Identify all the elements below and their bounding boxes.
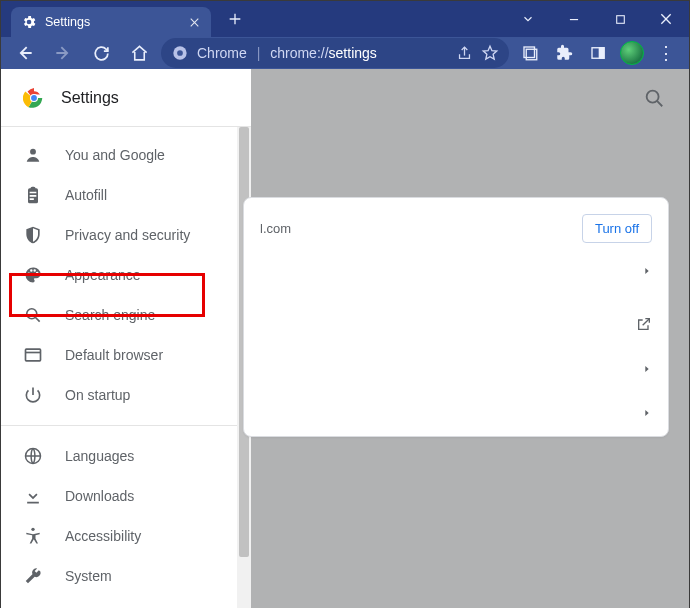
chrome-logo-icon (23, 87, 45, 109)
chevron-right-icon (642, 408, 652, 418)
sidebar-item-downloads[interactable]: Downloads (1, 476, 243, 516)
sidebar-title: Settings (61, 89, 119, 107)
content-area: Settings You and Google Autofill Privacy… (1, 69, 689, 608)
tab-title: Settings (45, 15, 90, 29)
sidebar-item-label: You and Google (65, 147, 165, 163)
reload-button[interactable] (85, 37, 117, 69)
sidebar-item-you-and-google[interactable]: You and Google (1, 135, 243, 175)
card-row-4[interactable] (260, 364, 652, 374)
sidebar-item-reset-cleanup[interactable]: Reset and clean up (1, 596, 243, 608)
svg-rect-0 (616, 15, 624, 23)
open-external-icon (636, 316, 652, 332)
sidebar-item-label: On startup (65, 387, 130, 403)
palette-icon (23, 265, 43, 285)
menu-button[interactable]: ⋮ (651, 37, 681, 69)
main-overlay: l.com Turn off (251, 69, 689, 608)
minimize-button[interactable] (551, 1, 597, 37)
sidebar-item-privacy-security[interactable]: Privacy and security (1, 215, 243, 255)
avatar-icon (620, 41, 644, 65)
browser-toolbar: Chrome | chrome://settings (1, 37, 689, 69)
titlebar: Settings (1, 1, 689, 37)
close-tab-icon[interactable] (188, 16, 201, 29)
svg-point-11 (27, 309, 37, 319)
email-fragment-text: l.com (260, 221, 291, 236)
sidebar-item-on-startup[interactable]: On startup (1, 375, 243, 415)
share-icon[interactable] (456, 45, 473, 62)
sidebar-item-autofill[interactable]: Autofill (1, 175, 243, 215)
toolbar-right-icons: ⋮ (515, 37, 681, 69)
new-tab-button[interactable] (221, 11, 249, 27)
sidebar-item-default-browser[interactable]: Default browser (1, 335, 243, 375)
sidebar-item-label: Privacy and security (65, 227, 190, 243)
svg-rect-12 (26, 349, 41, 361)
gear-icon (21, 14, 37, 30)
sidebar-item-system[interactable]: System (1, 556, 243, 596)
maximize-button[interactable] (597, 1, 643, 37)
home-button[interactable] (123, 37, 155, 69)
search-settings-button[interactable] (643, 87, 665, 109)
card-row-5[interactable] (260, 408, 652, 418)
download-icon (23, 486, 43, 506)
sidebar-header: Settings (1, 69, 251, 127)
back-button[interactable] (9, 37, 41, 69)
sidebar-item-label: Search engine (65, 307, 155, 323)
chevron-right-icon (642, 364, 652, 374)
wrench-icon (23, 566, 43, 586)
extensions-icon[interactable] (549, 37, 579, 69)
sidebar-item-label: Appearance (65, 267, 141, 283)
chevron-down-icon[interactable] (505, 1, 551, 37)
tab-strip: Settings (1, 1, 249, 37)
address-prefix: Chrome (197, 45, 247, 61)
svg-point-8 (31, 95, 37, 101)
search-icon (23, 305, 43, 325)
side-panel-icon[interactable] (583, 37, 613, 69)
sidebar-item-appearance[interactable]: Appearance (1, 255, 243, 295)
card-row-3[interactable] (260, 316, 652, 332)
close-window-button[interactable] (643, 1, 689, 37)
settings-sidebar: Settings You and Google Autofill Privacy… (1, 69, 251, 608)
sidebar-item-label: Default browser (65, 347, 163, 363)
tab-settings[interactable]: Settings (11, 7, 211, 37)
sidebar-item-label: Autofill (65, 187, 107, 203)
forward-button[interactable] (47, 37, 79, 69)
browser-window: Settings (0, 0, 690, 608)
profile-avatar[interactable] (617, 37, 647, 69)
sidebar-item-label: Languages (65, 448, 134, 464)
address-text: Chrome | chrome://settings (197, 45, 377, 61)
sidebar-item-accessibility[interactable]: Accessibility (1, 516, 243, 556)
card-row-sync: l.com Turn off (260, 210, 652, 246)
sidebar-item-label: Downloads (65, 488, 134, 504)
chrome-logo-icon (171, 44, 189, 62)
address-bar[interactable]: Chrome | chrome://settings (161, 38, 509, 68)
svg-point-10 (30, 149, 36, 155)
sidebar-list: You and Google Autofill Privacy and secu… (1, 127, 251, 608)
sidebar-separator (1, 425, 251, 426)
person-icon (23, 145, 43, 165)
shield-icon (23, 225, 43, 245)
card-row-2[interactable] (260, 266, 652, 276)
globe-icon (23, 446, 43, 466)
accessibility-icon (23, 526, 43, 546)
clipboard-icon (23, 185, 43, 205)
bookmark-star-icon[interactable] (481, 44, 499, 62)
address-proto: chrome:// (270, 45, 328, 61)
svg-point-2 (177, 50, 183, 56)
address-path: settings (329, 45, 377, 61)
svg-point-15 (647, 91, 659, 103)
sidebar-item-label: System (65, 568, 112, 584)
tab-overview-icon[interactable] (515, 37, 545, 69)
svg-point-14 (31, 528, 34, 531)
sidebar-item-search-engine[interactable]: Search engine (1, 295, 243, 335)
settings-card: l.com Turn off (243, 197, 669, 437)
turn-off-button[interactable]: Turn off (582, 214, 652, 243)
sidebar-item-label: Accessibility (65, 528, 141, 544)
window-controls (505, 1, 689, 37)
power-icon (23, 385, 43, 405)
browser-icon (23, 345, 43, 365)
chevron-right-icon (642, 266, 652, 276)
svg-rect-6 (600, 48, 605, 59)
sidebar-item-languages[interactable]: Languages (1, 436, 243, 476)
